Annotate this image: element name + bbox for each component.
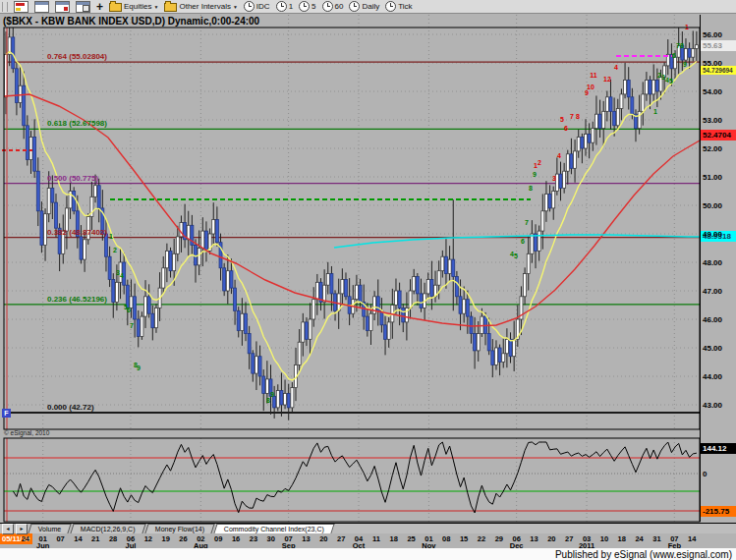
cci-line (13, 442, 697, 513)
date-axis-tick: 18 (390, 534, 398, 543)
other-intervals-label: Other Intervals (179, 2, 230, 11)
indicator-tab-bar: ◄ ► Volume MACD(12,26,9,C) Money Flow(14… (0, 523, 736, 533)
svg-text:8: 8 (266, 397, 270, 404)
svg-text:5: 5 (669, 78, 673, 84)
date-axis-tick: 24 (22, 534, 29, 543)
date-axis-tick: 22 (478, 534, 485, 543)
date-axis-tick: 12 (144, 534, 152, 543)
equities-dropdown[interactable]: Equities ▼ (108, 1, 159, 13)
new-chart-button[interactable] (54, 1, 71, 13)
date-axis-tick: 30 (267, 534, 275, 543)
svg-text:2: 2 (538, 159, 541, 166)
date-axis-tick: 27 (565, 534, 573, 543)
td-count-annotations: 1234567891011124112345678989456789123456… (109, 24, 689, 404)
tab-volume[interactable]: Volume (28, 524, 72, 533)
date-axis-tick: 09 (214, 534, 222, 543)
svg-text:11: 11 (590, 72, 597, 79)
chart-window-icon (34, 1, 49, 13)
svg-text:4: 4 (120, 272, 124, 279)
interval-1-button[interactable]: 1 (275, 1, 294, 13)
candlestick-series[interactable] (5, 23, 699, 420)
tab-commodity-channel-index[interactable]: Commodity Channel Index(23,C) (214, 524, 335, 533)
tab-macd[interactable]: MACD(12,26,9,C) (71, 524, 146, 533)
date-axis-tick: 25 (407, 534, 415, 543)
svg-text:1: 1 (653, 108, 657, 115)
quote-board-button[interactable] (13, 1, 29, 13)
svg-text:3: 3 (552, 175, 556, 182)
date-axis-tick: 13 (530, 534, 538, 543)
date-axis-tick: 26 (179, 534, 187, 543)
interval-daily-button[interactable]: Daily (348, 1, 380, 13)
idc-source-button[interactable]: IDC (243, 1, 271, 13)
svg-text:8: 8 (680, 42, 684, 49)
main-plot-frame (4, 28, 700, 429)
date-axis-tick: 16 (232, 534, 240, 543)
interval-5-button[interactable]: 5 (298, 1, 316, 13)
date-axis-tick: 13 (302, 534, 310, 543)
date-axis[interactable]: 05/11/1024010714212806121926020916233007… (0, 533, 736, 548)
date-axis-tick: 20 (319, 534, 327, 543)
chart-window-button[interactable] (33, 1, 50, 13)
svg-text:9: 9 (683, 61, 687, 68)
add-button[interactable]: + (95, 1, 104, 13)
tab-scroll-left-button[interactable]: ◄ (2, 524, 14, 534)
svg-text:8: 8 (576, 113, 580, 120)
date-axis-tick: 20 (547, 534, 555, 543)
date-axis-tick: 31 (652, 534, 660, 543)
drawn-lines[interactable] (2, 28, 672, 522)
price-chart-canvas[interactable]: 1234567891011124112345678989456789123456… (0, 14, 736, 523)
date-axis-tick: 14 (688, 534, 696, 543)
clock-icon (276, 1, 287, 12)
date-axis-tick: 11 (372, 534, 380, 543)
interval-60-button[interactable]: 60 (321, 1, 345, 13)
svg-text:7: 7 (130, 322, 134, 329)
date-axis-tick: 28 (109, 534, 117, 543)
main-toolbar: + Equities ▼ Other Intervals ▼ IDC 1 5 6… (0, 0, 736, 14)
date-axis-tick: 07 (56, 534, 64, 543)
plus-icon: + (96, 2, 103, 12)
svg-text:7: 7 (525, 219, 529, 226)
ma-long-line (334, 235, 700, 248)
svg-text:5: 5 (560, 116, 564, 123)
svg-text:1: 1 (109, 233, 113, 240)
published-by-text: Published by eSignal (www.esignal.com) (555, 549, 732, 560)
equities-label: Equities (124, 2, 151, 11)
svg-text:5: 5 (514, 252, 518, 259)
copyright-text: © eSignal, 2010 (4, 429, 49, 436)
interval-tick-button[interactable]: Tick (384, 1, 413, 13)
clock-icon (322, 1, 333, 12)
esignal-chart-window: + Equities ▼ Other Intervals ▼ IDC 1 5 6… (0, 0, 736, 560)
chevron-down-icon: ▼ (153, 4, 158, 10)
clock-icon (349, 1, 360, 12)
date-axis-tick: 24 (635, 534, 643, 543)
svg-text:7: 7 (570, 113, 574, 120)
cci-panel[interactable] (4, 442, 700, 513)
date-axis-tick: 15 (460, 534, 468, 543)
tab-scroll-right-button[interactable]: ► (16, 524, 28, 534)
toolbar-grip[interactable] (2, 2, 8, 12)
svg-text:2: 2 (113, 247, 117, 253)
idc-label: IDC (256, 2, 270, 11)
svg-text:6: 6 (521, 238, 525, 245)
svg-text:4: 4 (614, 64, 618, 71)
page-setup-icon (76, 1, 90, 13)
footer-strip: Published by eSignal (www.esignal.com) (0, 548, 736, 560)
date-axis-tick: 21 (91, 534, 99, 543)
svg-text:8: 8 (529, 185, 533, 192)
date-axis-tick: 10 (600, 534, 608, 543)
chevron-down-icon: ▼ (233, 4, 238, 10)
clock-icon (299, 1, 310, 12)
date-axis-tick: 08 (442, 534, 450, 543)
date-axis-tick: 14 (74, 534, 82, 543)
folder-icon (164, 3, 177, 12)
svg-text:12: 12 (603, 76, 611, 83)
date-axis-tick: 18 (618, 534, 626, 543)
tab-money-flow[interactable]: Money Flow(14) (144, 524, 214, 533)
date-axis-tick: 27 (337, 534, 345, 543)
page-setup-button[interactable] (75, 1, 91, 13)
svg-text:9: 9 (533, 171, 537, 178)
date-axis-tick: 23 (250, 534, 257, 543)
folder-icon (109, 3, 122, 12)
other-intervals-dropdown[interactable]: Other Intervals ▼ (163, 1, 238, 13)
ma-fast-line (6, 52, 697, 380)
